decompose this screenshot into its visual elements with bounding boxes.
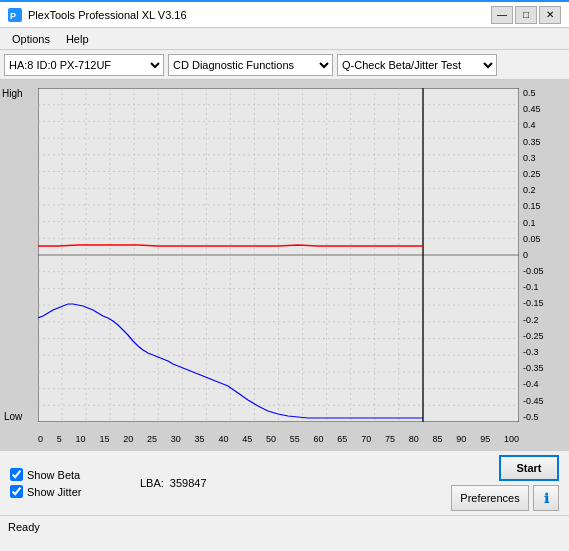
x-axis-labels: 0 5 10 15 20 25 30 35 40 45 50 55 60 65 … bbox=[38, 434, 519, 444]
show-jitter-checkbox[interactable] bbox=[10, 485, 23, 498]
status-text: Ready bbox=[8, 521, 40, 533]
chart-label-low: Low bbox=[4, 411, 22, 422]
device-dropdown[interactable]: HA:8 ID:0 PX-712UF bbox=[4, 54, 164, 76]
show-jitter-row: Show Jitter bbox=[10, 485, 130, 498]
show-beta-row: Show Beta bbox=[10, 468, 130, 481]
menu-bar: Options Help bbox=[0, 28, 569, 50]
title-bar: P PlexTools Professional XL V3.16 — □ ✕ bbox=[0, 0, 569, 28]
info-button[interactable]: ℹ bbox=[533, 485, 559, 511]
app-icon: P bbox=[8, 8, 22, 22]
menu-options[interactable]: Options bbox=[4, 31, 58, 47]
chart-svg bbox=[38, 88, 519, 422]
toolbar: HA:8 ID:0 PX-712UF CD Diagnostic Functio… bbox=[0, 50, 569, 80]
menu-help[interactable]: Help bbox=[58, 31, 97, 47]
show-jitter-label: Show Jitter bbox=[27, 486, 81, 498]
status-bar: Ready bbox=[0, 515, 569, 537]
start-button[interactable]: Start bbox=[499, 455, 559, 481]
checkbox-group: Show Beta Show Jitter bbox=[10, 468, 130, 498]
minimize-button[interactable]: — bbox=[491, 6, 513, 24]
close-button[interactable]: ✕ bbox=[539, 6, 561, 24]
chart-label-high: High bbox=[2, 88, 23, 99]
y-axis-labels: 0.5 0.45 0.4 0.35 0.3 0.25 0.2 0.15 0.1 … bbox=[523, 88, 567, 422]
show-beta-checkbox[interactable] bbox=[10, 468, 23, 481]
maximize-button[interactable]: □ bbox=[515, 6, 537, 24]
show-beta-label: Show Beta bbox=[27, 469, 80, 481]
lba-section: LBA: 359847 bbox=[140, 477, 207, 489]
bottom-panel: Show Beta Show Jitter LBA: 359847 StartP… bbox=[0, 450, 569, 515]
preferences-button[interactable]: Preferences bbox=[451, 485, 529, 511]
svg-text:P: P bbox=[10, 11, 16, 21]
function-dropdown[interactable]: CD Diagnostic Functions bbox=[168, 54, 333, 76]
test-dropdown[interactable]: Q-Check Beta/Jitter Test bbox=[337, 54, 497, 76]
right-buttons: StartPreferencesℹ bbox=[451, 455, 559, 511]
chart-area: High Low 0.5 0.45 0.4 0.35 0.3 0.25 0.2 … bbox=[0, 80, 569, 450]
lba-value: 359847 bbox=[170, 477, 207, 489]
lba-label: LBA: bbox=[140, 477, 164, 489]
window-title: PlexTools Professional XL V3.16 bbox=[28, 9, 187, 21]
